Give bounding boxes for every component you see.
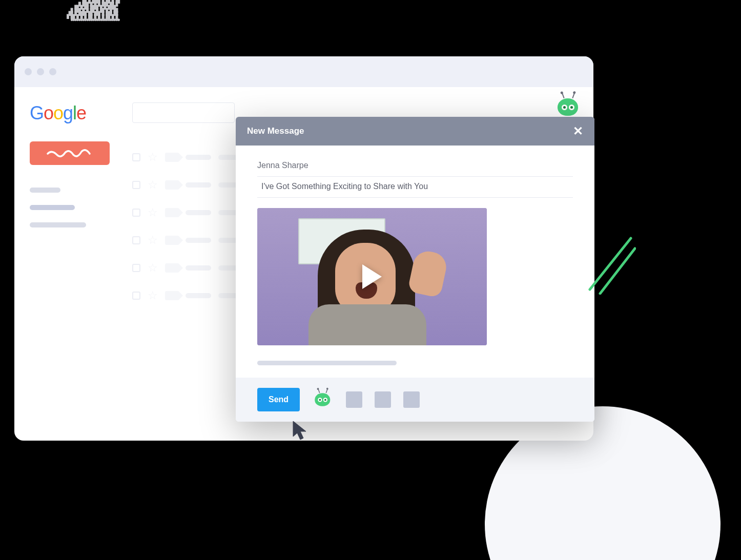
mail-sender	[186, 182, 211, 188]
compose-footer: Send	[236, 378, 594, 422]
compose-title: New Message	[247, 126, 304, 136]
mail-checkbox[interactable]	[132, 236, 140, 244]
traffic-light-minimize[interactable]	[37, 68, 44, 75]
decorative-pixel-art: ██ █ ████ █ ██ █ ██ █ ███ █ █ █ ███ ██ █…	[67, 0, 241, 59]
browser-titlebar	[14, 56, 593, 87]
gmail-sidebar: Google	[14, 102, 132, 441]
cursor-icon	[292, 420, 310, 444]
search-input[interactable]	[132, 102, 235, 123]
mail-sender	[186, 210, 211, 215]
label-icon	[165, 208, 178, 217]
body-text-placeholder[interactable]	[257, 361, 397, 365]
toolbar-option[interactable]	[403, 391, 420, 408]
mail-sender	[186, 155, 211, 160]
mail-sender	[186, 238, 211, 243]
mail-checkbox[interactable]	[132, 153, 140, 161]
mail-checkbox[interactable]	[132, 292, 140, 300]
decorative-green-lines	[585, 233, 636, 295]
compose-modal: New Message ✕ Jenna Sharpe I've Got Some…	[236, 117, 594, 422]
subject-field[interactable]: I've Got Something Exciting to Share wit…	[257, 177, 573, 198]
sidebar-item[interactable]	[30, 222, 86, 227]
star-icon[interactable]: ☆	[148, 206, 158, 219]
star-icon[interactable]: ☆	[148, 234, 158, 247]
mail-checkbox[interactable]	[132, 181, 140, 189]
label-icon	[165, 153, 178, 162]
label-icon	[165, 236, 178, 245]
send-button[interactable]: Send	[257, 388, 300, 411]
vidyard-icon[interactable]	[315, 391, 331, 408]
compose-header: New Message ✕	[236, 117, 594, 146]
label-icon	[165, 263, 178, 273]
label-icon	[165, 291, 178, 300]
mail-checkbox[interactable]	[132, 209, 140, 217]
traffic-light-close[interactable]	[25, 68, 32, 75]
google-logo: Google	[30, 102, 120, 124]
star-icon[interactable]: ☆	[148, 178, 158, 192]
compose-button[interactable]	[30, 141, 110, 165]
mail-sender	[186, 265, 211, 271]
star-icon[interactable]: ☆	[148, 151, 158, 164]
play-icon[interactable]	[362, 264, 382, 289]
toolbar-option[interactable]	[375, 391, 391, 408]
mail-sender	[186, 293, 211, 298]
sidebar-item[interactable]	[30, 188, 60, 193]
sidebar-item[interactable]	[30, 205, 75, 210]
label-icon	[165, 180, 178, 190]
toolbar-option[interactable]	[346, 391, 362, 408]
recipient-field[interactable]: Jenna Sharpe	[257, 156, 573, 177]
vidyard-extension-icon[interactable]	[558, 96, 579, 118]
star-icon[interactable]: ☆	[148, 289, 158, 302]
star-icon[interactable]: ☆	[148, 261, 158, 275]
traffic-light-maximize[interactable]	[49, 68, 56, 75]
mail-checkbox[interactable]	[132, 264, 140, 272]
close-icon[interactable]: ✕	[573, 125, 583, 137]
video-thumbnail[interactable]	[257, 208, 487, 345]
